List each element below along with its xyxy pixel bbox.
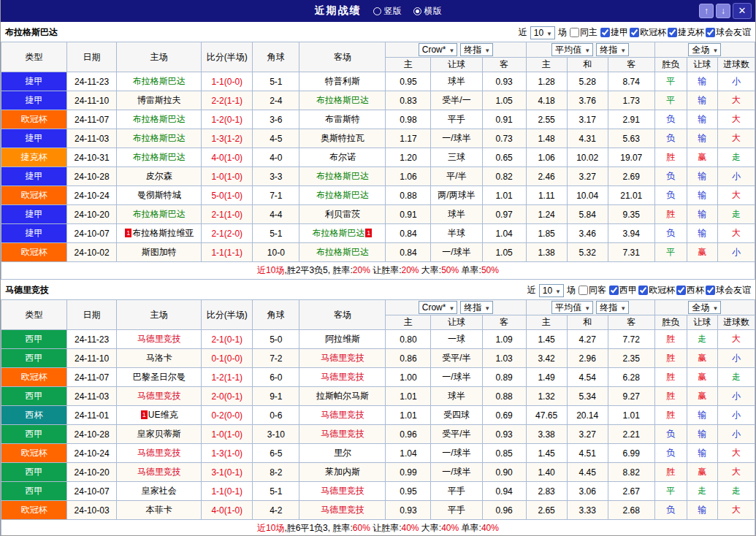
- home-team-cell[interactable]: 布拉格斯巴达: [117, 72, 202, 91]
- home-team-cell[interactable]: 1UE维克: [117, 406, 202, 425]
- away-team-cell[interactable]: 布拉格斯巴达: [299, 91, 386, 110]
- same-venue-checkbox[interactable]: 同客: [579, 284, 606, 296]
- odds-time-select[interactable]: 终指: [460, 301, 493, 314]
- league-filter-checkbox[interactable]: 捷克杯: [668, 26, 704, 39]
- score-cell[interactable]: 1-1(1-1): [202, 243, 253, 262]
- score-cell[interactable]: 4-0(1-0): [202, 148, 253, 167]
- away-team-cell[interactable]: 马德里竞技: [299, 349, 386, 368]
- same-venue-checkbox[interactable]: 同主: [570, 26, 597, 39]
- score-cell[interactable]: 1-1(0-0): [202, 72, 253, 91]
- red-card-badge: 1: [365, 229, 372, 237]
- home-team-cell[interactable]: 曼彻斯特城: [117, 186, 202, 205]
- home-team-cell[interactable]: 本菲卡: [117, 501, 202, 520]
- away-team-cell[interactable]: 马德里竞技: [299, 501, 386, 520]
- away-team-cell[interactable]: 布尔诺: [299, 148, 386, 167]
- score-cell[interactable]: 0-1(0-0): [202, 349, 253, 368]
- odds-time-select[interactable]: 终指: [460, 43, 493, 56]
- score-cell[interactable]: 2-1(0-1): [202, 330, 253, 349]
- league-filter-checkbox[interactable]: 球会友谊: [706, 284, 751, 296]
- league-filter-checkbox[interactable]: 欧冠杯: [638, 284, 675, 296]
- away-team-cell[interactable]: 马德里竞技: [299, 406, 386, 425]
- away-team-cell[interactable]: 拉斯帕尔马斯: [299, 387, 386, 406]
- scroll-up-button[interactable]: ↑: [699, 4, 714, 18]
- same-venue-input[interactable]: [579, 286, 588, 295]
- match-count-select[interactable]: 10: [539, 284, 564, 297]
- score-cell[interactable]: 2-0(0-1): [202, 387, 253, 406]
- average-time-select[interactable]: 终指: [596, 43, 629, 56]
- league-filter-checkbox[interactable]: 西甲: [609, 284, 637, 296]
- away-team-cell[interactable]: 阿拉维斯: [299, 330, 386, 349]
- score-cell[interactable]: 0-2(0-0): [202, 406, 253, 425]
- league-filter-input[interactable]: [706, 28, 715, 37]
- home-team-cell[interactable]: 皇家社会: [117, 482, 202, 501]
- score-cell[interactable]: 1-0(1-0): [202, 425, 253, 444]
- home-team-cell[interactable]: 马德里竞技: [117, 463, 202, 482]
- bookmaker-select[interactable]: Crow*: [419, 301, 458, 314]
- home-team-cell[interactable]: 皮尔森: [117, 167, 202, 186]
- scope-select[interactable]: 全场: [688, 301, 721, 314]
- average-time-select[interactable]: 终指: [596, 301, 629, 314]
- away-team-cell[interactable]: 利贝雷茨: [299, 205, 386, 224]
- league-filter-checkbox[interactable]: 西杯: [676, 284, 704, 296]
- away-team-cell[interactable]: 布拉格斯巴达1: [299, 224, 386, 243]
- league-badge: 欧冠杯: [1, 368, 67, 387]
- close-button[interactable]: ✕: [733, 3, 752, 19]
- home-team-cell[interactable]: 1布拉格斯拉维亚: [117, 224, 202, 243]
- score-cell[interactable]: 1-3(1-0): [202, 444, 253, 463]
- league-filter-checkbox[interactable]: 欧冠杯: [630, 26, 666, 39]
- away-team-cell[interactable]: 布雷斯特: [299, 110, 386, 129]
- layout-horizontal-radio[interactable]: 横版: [413, 5, 442, 18]
- away-team-cell[interactable]: 布拉格斯巴达: [299, 186, 386, 205]
- league-filter-input[interactable]: [609, 286, 619, 295]
- average-select[interactable]: 平均值: [551, 301, 593, 314]
- home-team-cell[interactable]: 布拉格斯巴达: [117, 148, 202, 167]
- score-cell[interactable]: 2-1(1-0): [202, 205, 253, 224]
- home-team-cell[interactable]: 布拉格斯巴达: [117, 205, 202, 224]
- away-team-cell[interactable]: 里尔: [299, 444, 386, 463]
- league-filter-input[interactable]: [668, 28, 677, 37]
- away-team-cell[interactable]: 布拉格斯巴达: [299, 243, 386, 262]
- home-team-cell[interactable]: 巴黎圣日尔曼: [117, 368, 202, 387]
- home-team-cell[interactable]: 马德里竞技: [117, 387, 202, 406]
- scroll-down-button[interactable]: ↓: [716, 4, 730, 18]
- away-team-cell[interactable]: 马德里竞技: [299, 368, 386, 387]
- score-cell[interactable]: 1-2(0-1): [202, 110, 253, 129]
- home-team-cell[interactable]: 博雷斯拉夫: [117, 91, 202, 110]
- league-filter-checkbox[interactable]: 球会友谊: [706, 26, 751, 39]
- league-filter-checkbox[interactable]: 捷甲: [600, 26, 628, 39]
- home-team-cell[interactable]: 布拉格斯巴达: [117, 129, 202, 148]
- score-cell[interactable]: 5-0(1-0): [202, 186, 253, 205]
- away-team-cell[interactable]: 特普利斯: [299, 72, 386, 91]
- match-count-select[interactable]: 10: [530, 26, 555, 39]
- league-filter-input[interactable]: [706, 286, 715, 295]
- league-filter-input[interactable]: [600, 28, 610, 37]
- home-team-cell[interactable]: 布拉格斯巴达: [117, 110, 202, 129]
- subcol-avg-away: 客: [608, 315, 654, 330]
- league-filter-input[interactable]: [630, 28, 639, 37]
- score-cell[interactable]: 3-1(0-1): [202, 463, 253, 482]
- score-cell[interactable]: 1-2(1-1): [202, 368, 253, 387]
- same-venue-input[interactable]: [570, 28, 579, 37]
- home-team-cell[interactable]: 马德里竞技: [117, 444, 202, 463]
- home-team-cell[interactable]: 马德里竞技: [117, 330, 202, 349]
- away-team-cell[interactable]: 马德里竞技: [299, 482, 386, 501]
- league-filter-input[interactable]: [676, 286, 686, 295]
- score-cell[interactable]: 4-0(1-0): [202, 501, 253, 520]
- score-cell[interactable]: 1-0(1-0): [202, 167, 253, 186]
- score-cell[interactable]: 1-3(1-2): [202, 129, 253, 148]
- away-team-cell[interactable]: 布拉格斯巴达: [299, 167, 386, 186]
- average-select[interactable]: 平均值: [551, 43, 593, 56]
- away-team-cell[interactable]: 马德里竞技: [299, 425, 386, 444]
- score-cell[interactable]: 2-2(1-1): [202, 91, 253, 110]
- away-team-cell[interactable]: 莱加内斯: [299, 463, 386, 482]
- bookmaker-select[interactable]: Crow*: [419, 43, 458, 56]
- away-team-cell[interactable]: 奥斯特拉瓦: [299, 129, 386, 148]
- home-team-cell[interactable]: 斯图加特: [117, 243, 202, 262]
- league-filter-input[interactable]: [638, 286, 648, 295]
- scope-select[interactable]: 全场: [688, 43, 721, 56]
- home-team-cell[interactable]: 马洛卡: [117, 349, 202, 368]
- score-cell[interactable]: 2-1(2-0): [202, 224, 253, 243]
- home-team-cell[interactable]: 皇家贝蒂斯: [117, 425, 202, 444]
- score-cell[interactable]: 1-1(0-1): [202, 482, 253, 501]
- layout-vertical-radio[interactable]: 竖版: [373, 5, 402, 18]
